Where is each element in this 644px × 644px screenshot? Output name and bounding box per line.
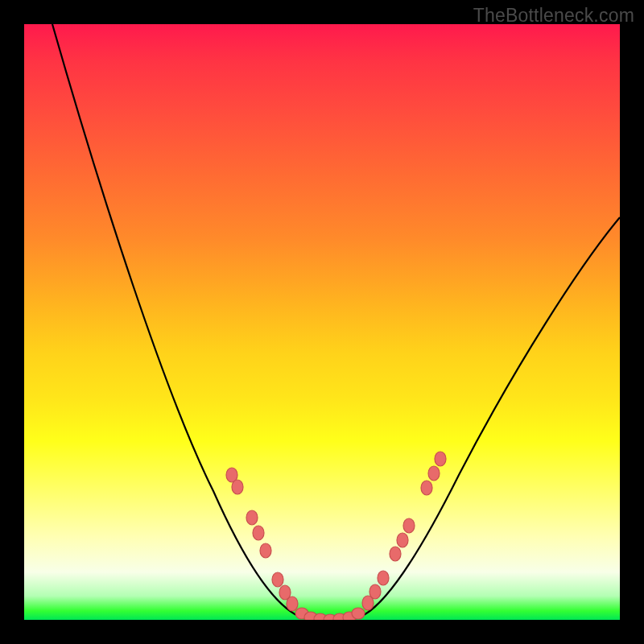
data-dot bbox=[253, 526, 264, 540]
data-dot bbox=[390, 547, 401, 561]
data-dot bbox=[287, 597, 298, 611]
data-dot bbox=[369, 584, 381, 599]
data-dot bbox=[435, 452, 446, 466]
watermark-text: TheBottleneck.com bbox=[473, 5, 634, 27]
data-dot bbox=[403, 518, 415, 533]
data-dot bbox=[272, 572, 283, 587]
data-dot bbox=[397, 533, 408, 547]
chart-frame: TheBottleneck.com bbox=[0, 0, 644, 644]
data-dot bbox=[232, 480, 243, 494]
data-dot bbox=[246, 510, 258, 525]
plot-area bbox=[24, 24, 620, 620]
data-dot bbox=[378, 571, 389, 585]
curve-layer bbox=[24, 24, 620, 620]
data-dot bbox=[352, 608, 365, 619]
data-dot bbox=[260, 543, 271, 558]
bottleneck-curve bbox=[52, 24, 620, 619]
data-dot bbox=[421, 481, 432, 495]
data-dot bbox=[428, 466, 440, 481]
